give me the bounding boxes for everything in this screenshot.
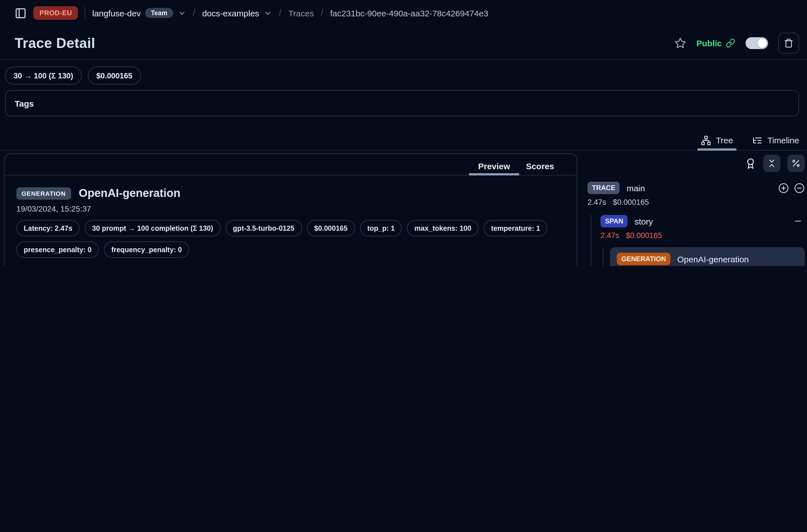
project-name: docs-examples xyxy=(202,8,259,18)
minus-collapse-icon[interactable] xyxy=(793,217,805,226)
temperature-badge: temperature: 1 xyxy=(484,220,547,236)
chevron-down-icon xyxy=(177,9,186,17)
public-share-link[interactable]: Public xyxy=(696,38,735,48)
trace-metrics: 2.47s $0.000165 xyxy=(587,198,805,207)
breadcrumb-separator: / xyxy=(193,7,195,19)
tab-timeline[interactable]: Timeline xyxy=(751,130,800,150)
percent-icon xyxy=(791,158,801,168)
link-icon xyxy=(726,38,735,48)
breadcrumb-separator: / xyxy=(321,7,323,19)
span-metrics: 2.47s $0.000165 xyxy=(600,231,805,240)
breadcrumb-divider xyxy=(85,6,86,20)
span-type-badge: SPAN xyxy=(600,215,628,227)
panel-tabs: Preview Scores xyxy=(4,154,577,175)
collapse-all-button[interactable] xyxy=(763,155,781,172)
observation-title: OpenAI-generation xyxy=(79,187,180,200)
breadcrumb-separator: / xyxy=(279,7,281,19)
trace-tree-panel: TRACE main 2.47s $0.000165 SPAN xyxy=(577,153,807,266)
collapse-node-icon[interactable] xyxy=(794,183,805,193)
breadcrumb-trace-id: fac231bc-90ee-490a-aa32-78c4269474e3 xyxy=(330,8,488,18)
org-name: langfuse-dev xyxy=(92,8,141,18)
star-bookmark-button[interactable] xyxy=(674,37,686,49)
public-toggle[interactable] xyxy=(746,37,768,49)
tree-network-icon xyxy=(701,135,711,145)
toggle-knob xyxy=(757,38,767,48)
timeline-list-icon xyxy=(752,135,763,145)
chevron-down-icon xyxy=(264,9,272,17)
tab-tree[interactable]: Tree xyxy=(699,130,734,150)
show-percentages-button[interactable] xyxy=(787,155,805,172)
page-header: Trace Detail Public xyxy=(0,26,807,56)
tags-label: Tags xyxy=(15,98,34,108)
span-name: story xyxy=(635,216,653,226)
environment-badge: PROD-EU xyxy=(33,6,78,20)
tree-node-span[interactable]: SPAN story xyxy=(600,215,805,227)
trace-detail-page: PROD-EU langfuse-dev Team / docs-example… xyxy=(0,0,807,266)
cost-badge: $0.000165 xyxy=(88,66,141,84)
trace-cost: $0.000165 xyxy=(613,198,649,207)
trace-latency: 2.47s xyxy=(587,198,606,207)
breadcrumb: PROD-EU langfuse-dev Team / docs-example… xyxy=(0,0,807,26)
tab-preview[interactable]: Preview xyxy=(478,157,510,175)
content-area: Preview Scores GENERATION OpenAI-generat… xyxy=(0,153,807,266)
token-usage-badge: 30 → 100 (Σ 130) xyxy=(5,66,81,84)
public-label: Public xyxy=(696,38,722,48)
sidebar-toggle-icon[interactable] xyxy=(15,7,26,19)
observation-badges-row1: Latency: 2.47s 30 prompt → 100 completio… xyxy=(16,220,565,236)
observation-panel: Preview Scores GENERATION OpenAI-generat… xyxy=(4,153,577,266)
page-title: Trace Detail xyxy=(15,35,95,51)
chevrons-down-up-icon xyxy=(767,158,776,168)
project-selector[interactable]: docs-examples xyxy=(202,8,272,18)
tab-tree-label: Tree xyxy=(716,135,733,145)
token-usage-badge: 30 prompt → 100 completion (Σ 130) xyxy=(85,220,220,236)
observation-detail: GENERATION OpenAI-generation 19/03/2024,… xyxy=(4,175,577,266)
latency-badge: Latency: 2.47s xyxy=(16,220,79,236)
observation-badges-row2: presence_penalty: 0 frequency_penalty: 0 xyxy=(16,242,565,258)
breadcrumb-traces-link[interactable]: Traces xyxy=(288,8,314,18)
trace-type-badge: TRACE xyxy=(587,182,620,194)
cost-badge: $0.000165 xyxy=(307,220,355,236)
delete-trace-button[interactable] xyxy=(778,33,799,53)
trace-name: main xyxy=(627,183,645,193)
tab-scores[interactable]: Scores xyxy=(526,157,554,175)
org-selector[interactable]: langfuse-dev Team xyxy=(92,8,186,18)
award-scores-icon[interactable] xyxy=(745,158,756,169)
view-tabs: Tree Timeline xyxy=(0,130,807,151)
frequency-penalty-badge: frequency_penalty: 0 xyxy=(104,242,189,258)
trash-icon xyxy=(784,38,793,48)
trace-badges: 30 → 100 (Σ 130) $0.000165 xyxy=(0,60,807,84)
org-plan-badge: Team xyxy=(145,8,173,18)
expand-all-icon[interactable] xyxy=(778,183,789,193)
observation-timestamp: 19/03/2024, 15:25:37 xyxy=(16,204,565,213)
tree-node-trace[interactable]: TRACE main xyxy=(587,182,805,194)
span-latency: 2.47s xyxy=(600,231,619,240)
generation-type-badge: GENERATION xyxy=(617,253,671,265)
presence-penalty-badge: presence_penalty: 0 xyxy=(16,242,99,258)
top-p-badge: top_p: 1 xyxy=(360,220,402,236)
span-cost: $0.000165 xyxy=(626,231,662,240)
observation-type-badge: GENERATION xyxy=(16,187,71,200)
max-tokens-badge: max_tokens: 100 xyxy=(407,220,479,236)
tab-timeline-label: Timeline xyxy=(768,135,799,145)
tree-node-generation-selected[interactable]: GENERATION OpenAI-generation 2.47s 30 → … xyxy=(610,247,805,266)
tags-container[interactable]: Tags xyxy=(5,90,799,116)
generation-name: OpenAI-generation xyxy=(677,254,749,264)
model-badge: gpt-3.5-turbo-0125 xyxy=(225,220,302,236)
